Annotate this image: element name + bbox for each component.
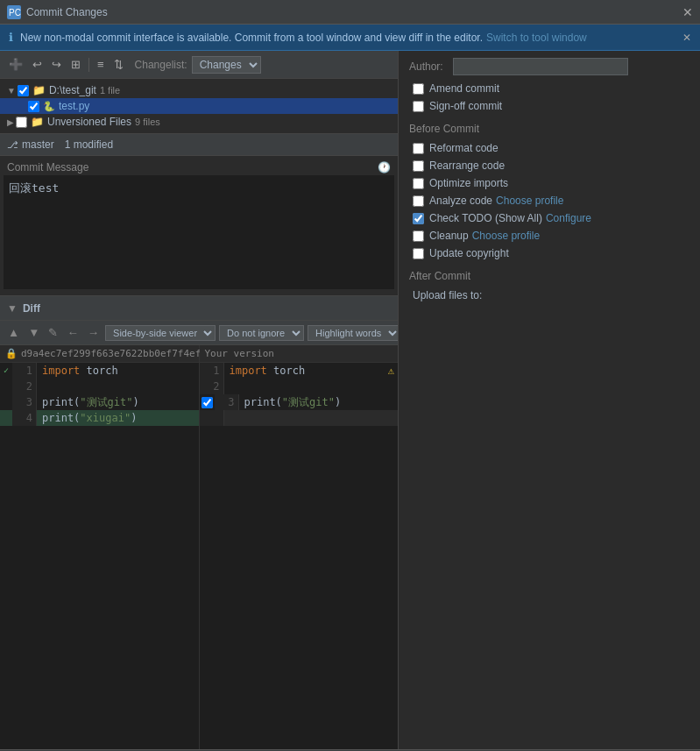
optimize-imports-label: Optimize imports (429, 177, 508, 189)
sign-off-commit-row: Sign-off commit (409, 100, 689, 112)
left-panel: ➕ ↩ ↪ ⊞ ≡ ⇅ Changelist: Changes ▼ 📁 D:\t… (0, 51, 399, 749)
branch-icon: ⎇ (7, 139, 18, 151)
rearrange-code-label: Rearrange code (429, 159, 505, 172)
line-num-4-left: 4 (12, 410, 37, 426)
amend-commit-checkbox[interactable] (413, 83, 424, 95)
diff-content-4-right (224, 410, 399, 426)
diff-line-3-left: 3 print("测试git") (0, 394, 199, 410)
check-todo-checkbox[interactable] (413, 213, 424, 224)
diff-line-1-left: ✓ 1 import torch (0, 363, 199, 379)
unversioned-item[interactable]: ▶ 📁 Unversioned Files 9 files (0, 114, 398, 130)
add-button[interactable]: ➕ (5, 56, 26, 73)
toolbar: ➕ ↩ ↪ ⊞ ≡ ⇅ Changelist: Changes (0, 51, 398, 79)
changelist-select[interactable]: Changes (192, 56, 261, 74)
check-todo-row: Check TODO (Show All) Configure (409, 212, 689, 224)
rearrange-code-checkbox[interactable] (413, 160, 424, 172)
author-input[interactable] (453, 58, 628, 75)
analyze-code-checkbox[interactable] (413, 195, 424, 207)
line-num-3-left: 3 (12, 394, 37, 410)
reformat-code-checkbox[interactable] (413, 143, 424, 154)
file-checkbox[interactable] (28, 101, 39, 112)
before-commit-section: Before Commit Reformat code Rearrange co… (409, 123, 689, 259)
line-num-1-left: 1 (12, 363, 37, 379)
folder-icon: 📁 (32, 84, 46, 96)
tree-root-item[interactable]: ▼ 📁 D:\test_git 1 file (0, 82, 398, 98)
diff-next-button[interactable]: → (85, 325, 102, 340)
amend-commit-label: Amend commit (429, 82, 499, 95)
analyze-code-profile-link[interactable]: Choose profile (496, 195, 563, 207)
diff-content: 🔒 d9a4ec7ef299f663e7622bb0ef7f4ef4023b75… (0, 345, 398, 749)
info-icon: ℹ (9, 31, 13, 44)
tree-file-item[interactable]: 🐍 test.py (0, 98, 398, 114)
diff-title: Diff (23, 302, 40, 315)
modified-text: 1 modified (65, 138, 113, 151)
sort-button[interactable]: ≡ (94, 56, 108, 73)
reformat-code-row: Reformat code (409, 142, 689, 154)
commit-message-label: Commit Message (7, 161, 88, 174)
after-commit-title: After Commit (409, 270, 689, 282)
commit-message-textarea[interactable]: 回滚test (4, 175, 394, 289)
diff-down-button[interactable]: ▼ (25, 325, 42, 340)
unversioned-label: Unversioned Files (47, 116, 131, 128)
viewer-select[interactable]: Side-by-side viewer (105, 325, 216, 341)
cleanup-profile-link[interactable]: Choose profile (472, 230, 540, 242)
group-button[interactable]: ⊞ (67, 56, 84, 73)
selected-file-name: test.py (59, 100, 89, 112)
optimize-imports-checkbox[interactable] (413, 178, 424, 189)
diff-line-2-left: 2 (0, 379, 199, 394)
clock-icon[interactable]: 🕐 (378, 161, 391, 174)
close-button[interactable]: ✕ (682, 5, 693, 19)
diff-prev-button[interactable]: ← (64, 325, 81, 340)
cleanup-row: Cleanup Choose profile (409, 230, 689, 242)
diff-up-button[interactable]: ▲ (5, 325, 22, 340)
redo-button[interactable]: ↪ (48, 56, 65, 73)
file-tree: ▼ 📁 D:\test_git 1 file 🐍 test.py ▶ 📁 Unv… (0, 79, 398, 133)
banner-close-button[interactable]: ✕ (682, 32, 691, 44)
branch-bar: ⎇ master 1 modified (0, 133, 398, 156)
update-copyright-label: Update copyright (429, 247, 509, 259)
diff-content-3-left: print("测试git") (37, 394, 199, 410)
diff-content-1-left: import torch (37, 363, 199, 379)
diff-line-1-right: 1 import torch ⚠ (200, 363, 399, 379)
check-todo-label: Check TODO (Show All) (429, 212, 542, 224)
ignore-select[interactable]: Do not ignore (219, 325, 304, 341)
diff-content-2-right (224, 379, 399, 394)
diff-right-file-bar: Your version (200, 345, 399, 363)
cleanup-checkbox[interactable] (413, 230, 424, 242)
line-3-right-checkbox[interactable] (202, 397, 213, 408)
info-banner: ℹ New non-modal commit interface is avai… (0, 25, 700, 51)
highlight-select[interactable]: Highlight words (308, 325, 398, 341)
author-row: Author: (409, 58, 689, 75)
right-panel: Author: Amend commit Sign-off commit Bef… (399, 51, 700, 749)
root-file-count: 1 file (100, 85, 120, 96)
line-num-2-left: 2 (12, 379, 37, 394)
upload-files-label: Upload files to: (413, 289, 482, 301)
line-indicator-2-left (0, 379, 12, 394)
analyze-code-row: Analyze code Choose profile (409, 195, 689, 207)
diff-left-file-bar: 🔒 d9a4ec7ef299f663e7622bb0ef7f4ef4023b75… (0, 345, 199, 363)
update-copyright-checkbox[interactable] (413, 248, 424, 259)
commit-message-header: Commit Message 🕐 (4, 159, 394, 175)
root-checkbox[interactable] (18, 85, 29, 96)
diff-expand-icon[interactable]: ▼ (7, 302, 18, 315)
undo-button[interactable]: ↩ (29, 56, 46, 73)
diff-edit-button[interactable]: ✎ (46, 325, 60, 340)
diff-content-4-left: print("xiugai") (37, 410, 199, 426)
unversioned-count: 9 files (135, 117, 160, 127)
line-num-2-right: 2 (200, 379, 224, 394)
unversioned-checkbox[interactable] (16, 117, 27, 128)
title-bar: PC Commit Changes ✕ (0, 0, 700, 25)
diff-line-3-right: 3 print("测试git") (200, 394, 399, 410)
sign-off-commit-label: Sign-off commit (429, 100, 502, 112)
python-file-icon: 🐍 (43, 101, 55, 112)
switch-to-tool-link[interactable]: Switch to tool window (486, 32, 587, 44)
line-indicator-4-left (0, 410, 12, 426)
sign-off-commit-checkbox[interactable] (413, 101, 424, 112)
line-num-3-right: 3 (215, 394, 239, 410)
move-button[interactable]: ⇅ (110, 56, 127, 73)
changelist-label: Changelist: (135, 59, 187, 71)
line-indicator-3-left (0, 394, 12, 410)
diff-content-3-right: print("测试git") (239, 394, 399, 410)
line-num-4-right (200, 410, 224, 426)
check-todo-configure-link[interactable]: Configure (546, 212, 591, 224)
